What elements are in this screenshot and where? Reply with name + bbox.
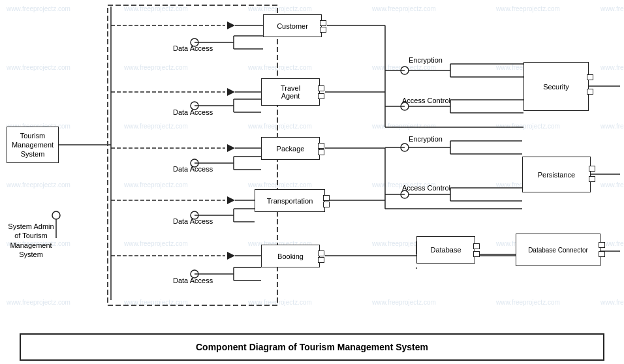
security-component: Security xyxy=(523,62,589,111)
watermark-4: www.freeprojectz.com xyxy=(372,5,436,12)
svg-marker-38 xyxy=(227,252,235,260)
data-access-label-4: Data Access xyxy=(173,217,213,225)
encryption-label-1: Encryption xyxy=(409,56,443,64)
data-access-label-2: Data Access xyxy=(173,108,213,116)
watermark-56: www.fre xyxy=(601,299,624,306)
watermark-32: www.freeprojectz.com xyxy=(124,181,188,189)
persistance-component: Persistance xyxy=(522,157,591,192)
watermark-2: www.freeprojectz.com xyxy=(124,5,188,12)
access-control-label-1: Access Control xyxy=(402,97,450,104)
system-admin-label: System Admin of Tourism Management Syste… xyxy=(3,222,59,259)
caption-text: Component Diagram of Tourism Management … xyxy=(196,342,428,352)
database-connector-component: Database Connector xyxy=(516,234,601,266)
svg-marker-14 xyxy=(227,88,235,96)
watermark-42: www.freeprojectz.com xyxy=(124,240,188,247)
watermark-53: www.freeprojectz.com xyxy=(248,299,312,306)
caption-box: Component Diagram of Tourism Management … xyxy=(20,333,604,361)
data-access-label-3: Data Access xyxy=(173,165,213,173)
watermark-23: www.freeprojectz.com xyxy=(248,123,312,130)
watermark-55: www.freeprojectz.com xyxy=(496,299,560,306)
watermark-11: www.freeprojectz.com xyxy=(7,64,70,71)
watermark-24: www.freeprojectz.com xyxy=(372,123,436,130)
watermark-13: www.freeprojectz.com xyxy=(248,64,312,71)
svg-point-49 xyxy=(401,67,409,74)
transportation-component: Transportation xyxy=(255,189,325,212)
watermark-1: www.freeprojectz.com xyxy=(7,5,70,12)
watermark-25: www.freeprojectz.com xyxy=(496,123,560,130)
svg-point-2 xyxy=(52,211,60,219)
watermark-31: www.freeprojectz.com xyxy=(7,181,70,189)
watermark-6: www.fre xyxy=(601,5,624,12)
travel-agent-component: Travel Agent xyxy=(261,78,320,106)
data-access-label-1: Data Access xyxy=(173,44,213,52)
watermark-51: www.freeprojectz.com xyxy=(7,299,70,306)
tourism-management-system: Tourism Management System xyxy=(7,127,59,163)
svg-point-63 xyxy=(401,144,409,151)
watermark-52: www.freeprojectz.com xyxy=(124,299,188,306)
watermark-22: www.freeprojectz.com xyxy=(124,123,188,130)
svg-marker-6 xyxy=(227,22,235,29)
watermark-36: www.fre xyxy=(601,181,624,189)
svg-marker-22 xyxy=(227,144,235,152)
customer-component: Customer xyxy=(263,14,322,37)
booking-component: Booking xyxy=(261,245,320,267)
watermark-54: www.freeprojectz.com xyxy=(372,299,436,306)
watermark-33: www.freeprojectz.com xyxy=(248,181,312,189)
encryption-label-2: Encryption xyxy=(409,135,443,143)
watermark-12: www.freeprojectz.com xyxy=(124,64,188,71)
watermark-26: www.fre xyxy=(601,123,624,130)
watermark-16: www.fre xyxy=(601,64,624,71)
watermark-14: www.freeprojectz.com xyxy=(372,64,436,71)
data-access-label-5: Data Access xyxy=(173,277,213,284)
package-component: Package xyxy=(261,137,320,160)
database-component: Database xyxy=(416,236,475,264)
watermark-3: www.freeprojectz.com xyxy=(248,5,312,12)
access-control-label-2: Access Control xyxy=(402,184,450,192)
svg-marker-30 xyxy=(227,196,235,204)
watermark-5: www.freeprojectz.com xyxy=(496,5,560,12)
